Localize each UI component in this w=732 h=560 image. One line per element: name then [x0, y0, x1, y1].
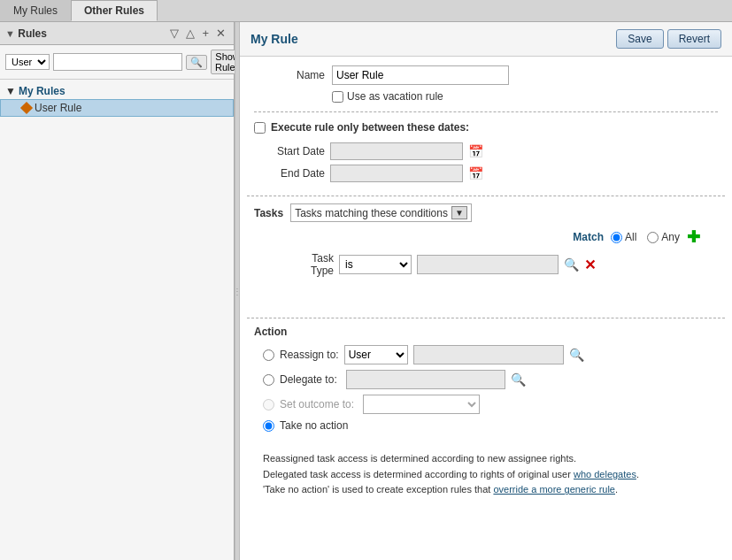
move-up-btn[interactable]: △ — [183, 26, 197, 41]
match-all-option[interactable]: All — [611, 231, 636, 243]
info-line-2-link[interactable]: who delegates — [574, 469, 636, 479]
delegate-row: Delegate to: 🔍 — [263, 370, 718, 389]
condition-delete-icon[interactable]: ✕ — [584, 257, 596, 273]
revert-button[interactable]: Revert — [667, 29, 721, 49]
start-date-row: Start Date 📅 — [254, 142, 718, 160]
sidebar-toolbar: ▼ Rules ▽ △ + ✕ — [0, 22, 234, 45]
form-section: Name Use as vacation rule Execute rule o… — [240, 57, 732, 196]
condition-value-input[interactable] — [417, 255, 559, 274]
info-line-2-suffix: . — [636, 469, 639, 479]
take-no-action-radio[interactable] — [263, 420, 274, 432]
execute-rule-label: Execute rule only between these dates: — [271, 121, 469, 134]
info-line-1: Reassigned task access is determined acc… — [263, 451, 709, 467]
outcome-radio[interactable] — [263, 399, 274, 410]
match-any-radio[interactable] — [647, 232, 659, 243]
vacation-rule-checkbox[interactable] — [332, 91, 343, 103]
tree-group-label: My Rules — [19, 85, 65, 97]
search-input[interactable] — [53, 53, 182, 71]
action-options: Reassign to: User 🔍 Delegate to: 🔍 — [254, 345, 718, 432]
tasks-condition-label: Tasks matching these conditions — [295, 207, 448, 219]
tree-group-collapse-icon[interactable]: ▼ — [5, 85, 16, 97]
reassign-value-input[interactable] — [413, 345, 564, 364]
save-button[interactable]: Save — [616, 29, 663, 49]
tasks-label: Tasks — [254, 207, 283, 219]
tasks-condition-dropdown[interactable]: Tasks matching these conditions ▼ — [290, 203, 472, 222]
tree-area: ▼ My Rules User Rule — [0, 80, 234, 560]
info-line-3-link[interactable]: override a more generic rule — [493, 484, 615, 495]
match-radio-group: All Any — [611, 231, 680, 243]
info-text: Reassigned task access is determined acc… — [254, 444, 718, 505]
info-line-3-suffix: . — [615, 484, 618, 495]
reassign-label: Reassign to: — [280, 349, 339, 361]
start-date-input[interactable] — [330, 142, 463, 160]
sidebar-filter: User 🔍 Show Rules — [0, 45, 234, 80]
main-content: My Rule Save Revert Name Use as vacation… — [240, 22, 732, 560]
delegate-search-icon[interactable]: 🔍 — [511, 372, 526, 387]
end-date-label: End Date — [254, 167, 325, 180]
tab-other-rules[interactable]: Other Rules — [71, 0, 158, 21]
filter-select[interactable]: User — [5, 54, 50, 70]
condition-operator-select-wrap: is — [339, 255, 412, 274]
action-section: Action Reassign to: User 🔍 — [240, 318, 732, 512]
reassign-search-icon[interactable]: 🔍 — [569, 348, 584, 362]
info-line-2-prefix: Delegated task access is determined acco… — [263, 469, 574, 479]
outcome-select[interactable] — [364, 395, 479, 413]
end-date-cal-icon[interactable]: 📅 — [468, 166, 483, 180]
vacation-rule-row: Use as vacation rule — [332, 90, 718, 103]
tab-my-rules[interactable]: My Rules — [0, 0, 71, 21]
condition-row-1: Task Type is 🔍 ✕ — [254, 252, 718, 277]
sidebar: ▼ Rules ▽ △ + ✕ User 🔍 Show Rules ▼ My R… — [0, 22, 235, 560]
action-title: Action — [254, 326, 718, 338]
add-condition-btn[interactable]: ✚ — [687, 229, 700, 245]
tree-item-label: User Rule — [35, 102, 81, 114]
reassign-type-select-wrap: User — [344, 345, 408, 364]
outcome-select-wrap — [363, 395, 480, 414]
tree-item-user-rule[interactable]: User Rule — [0, 99, 234, 117]
delegate-label: Delegate to: — [280, 373, 337, 386]
content-header: My Rule Save Revert — [240, 22, 732, 57]
info-line-3-prefix: 'Take no action' is used to create excep… — [263, 484, 493, 495]
outcome-row: Set outcome to: — [263, 395, 718, 414]
delete-rule-btn[interactable]: ✕ — [213, 26, 228, 41]
add-rule-btn[interactable]: + — [199, 26, 212, 41]
end-date-input[interactable] — [330, 165, 463, 182]
execute-rule-row: Execute rule only between these dates: — [254, 121, 718, 134]
name-row: Name — [254, 65, 718, 85]
name-label: Name — [254, 69, 325, 81]
delegate-radio[interactable] — [263, 374, 274, 386]
search-icon-btn[interactable]: 🔍 — [186, 55, 207, 70]
reassign-row: Reassign to: User 🔍 — [263, 345, 718, 364]
end-date-row: End Date 📅 — [254, 165, 718, 182]
name-input[interactable] — [332, 65, 509, 85]
divider-1 — [254, 111, 718, 112]
tasks-row: Tasks Tasks matching these conditions ▼ — [254, 203, 718, 222]
tab-bar: My Rules Other Rules — [0, 0, 732, 22]
start-date-label: Start Date — [254, 145, 325, 157]
match-all-radio[interactable] — [611, 232, 622, 243]
reassign-radio[interactable] — [263, 349, 274, 361]
page-title: My Rule — [250, 32, 298, 46]
vacation-rule-label: Use as vacation rule — [347, 90, 443, 103]
condition-field-label: Task Type — [289, 252, 334, 277]
tasks-dropdown-arrow: ▼ — [451, 206, 467, 219]
header-buttons: Save Revert — [616, 29, 721, 49]
tree-group-header: ▼ My Rules — [0, 83, 234, 99]
info-line-2: Delegated task access is determined acco… — [263, 467, 709, 483]
sidebar-title: ▼ Rules — [5, 27, 166, 40]
move-down-btn[interactable]: ▽ — [167, 26, 181, 41]
start-date-cal-icon[interactable]: 📅 — [468, 144, 483, 158]
match-all-label: All — [625, 231, 636, 243]
match-any-label: Any — [661, 231, 680, 243]
match-any-option[interactable]: Any — [647, 231, 680, 243]
execute-rule-checkbox[interactable] — [254, 122, 266, 134]
tasks-section: Tasks Tasks matching these conditions ▼ … — [240, 196, 732, 318]
delegate-value-input[interactable] — [346, 370, 505, 389]
sidebar-title-text: Rules — [18, 27, 47, 40]
take-no-action-row: Take no action — [263, 419, 718, 432]
condition-operator-select[interactable]: is — [340, 256, 411, 273]
match-label: Match — [573, 231, 604, 243]
rule-icon — [20, 102, 33, 114]
reassign-type-select[interactable]: User — [345, 346, 407, 364]
condition-search-icon[interactable]: 🔍 — [564, 257, 579, 272]
take-no-action-label: Take no action — [280, 419, 348, 432]
